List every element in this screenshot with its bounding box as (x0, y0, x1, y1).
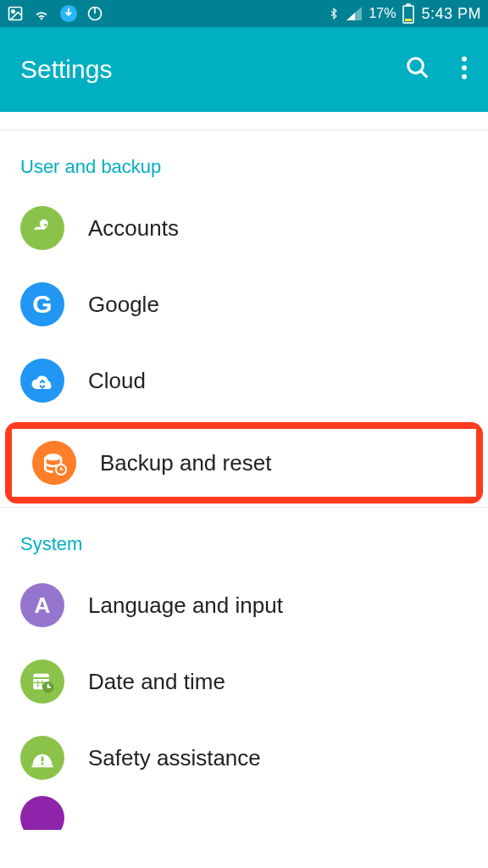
item-backup-reset[interactable]: Backup and reset (12, 429, 476, 497)
item-accounts[interactable]: Accounts (0, 190, 488, 266)
blank-strip (0, 112, 488, 131)
wifi-icon (32, 4, 51, 23)
item-label: Accounts (88, 215, 179, 242)
svg-point-8 (462, 65, 467, 70)
item-label: Backup and reset (100, 450, 271, 476)
svg-point-5 (408, 58, 424, 74)
power-icon (86, 5, 103, 22)
download-circle-icon (59, 4, 78, 23)
gallery-notification-icon (7, 5, 24, 22)
app-bar: Settings (0, 27, 488, 112)
overflow-menu-button[interactable] (461, 56, 468, 83)
item-safety-assistance[interactable]: Safety assistance (0, 720, 488, 796)
item-date-time[interactable]: Date and time (0, 643, 488, 720)
highlight-box: Backup and reset (5, 422, 483, 504)
key-icon (20, 206, 64, 250)
search-icon (405, 55, 430, 81)
status-bar: LTE 17% 5:43 PM (0, 0, 488, 27)
item-label: Google (88, 292, 159, 318)
status-right: LTE 17% 5:43 PM (328, 3, 481, 24)
svg-point-1 (12, 10, 14, 13)
page-title: Settings (20, 55, 112, 84)
battery-percent: 17% (369, 6, 396, 21)
status-left-icons (7, 4, 103, 23)
svg-rect-19 (42, 757, 44, 762)
app-bar-actions (405, 55, 468, 84)
calendar-clock-icon (20, 659, 64, 704)
language-icon: A (20, 583, 64, 627)
item-label: Safety assistance (88, 745, 261, 771)
svg-point-9 (462, 75, 467, 80)
safety-icon (20, 736, 64, 780)
backup-reset-icon (32, 441, 76, 485)
status-time: 5:43 PM (421, 5, 481, 23)
search-button[interactable] (405, 55, 430, 84)
cloud-sync-icon (20, 359, 64, 403)
section-header-user-backup: User and backup (0, 131, 488, 190)
item-label: Date and time (88, 669, 225, 695)
section-header-system: System (0, 508, 488, 567)
partial-icon (20, 796, 64, 830)
more-vert-icon (461, 56, 468, 80)
item-label: Language and input (88, 593, 283, 619)
item-google[interactable]: G Google (0, 266, 488, 342)
bluetooth-icon (328, 4, 340, 23)
item-language-input[interactable]: A Language and input (0, 567, 488, 643)
list-system: A Language and input Date and time Safet… (0, 567, 488, 830)
battery-icon (402, 3, 414, 24)
list-user-backup: Accounts G Google Cloud Backup and reset (0, 190, 488, 504)
svg-point-7 (462, 57, 467, 62)
item-cloud[interactable]: Cloud (0, 342, 488, 419)
google-icon: G (20, 282, 64, 326)
svg-rect-20 (42, 763, 44, 765)
network-label: LTE (328, 0, 341, 2)
item-label: Cloud (88, 368, 146, 394)
item-partial[interactable] (0, 796, 488, 830)
svg-rect-21 (31, 765, 53, 768)
svg-point-10 (44, 224, 47, 226)
signal-icon: LTE (347, 7, 362, 20)
svg-point-11 (45, 453, 61, 460)
svg-line-6 (421, 71, 428, 78)
